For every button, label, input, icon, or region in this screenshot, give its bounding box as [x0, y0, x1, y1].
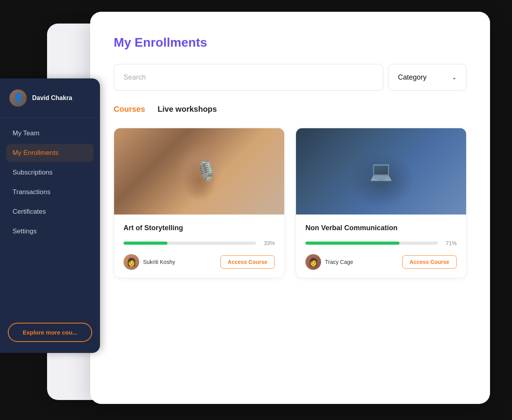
search-placeholder: Search [123, 73, 146, 82]
course-image-1 [114, 128, 284, 215]
sidebar-item-subscriptions[interactable]: Subscriptions [6, 164, 94, 182]
courses-grid: Art of Storytelling 33% 👩 Sukriti Koshy … [114, 128, 467, 278]
search-box[interactable]: Search [114, 64, 383, 91]
instructor-name-2: Tracy Cage [325, 259, 353, 265]
instructor-info-1: 👩 Sukriti Koshy [123, 254, 175, 270]
sidebar-footer: Explore more cou... [0, 315, 100, 342]
course-body-1: Art of Storytelling 33% 👩 Sukriti Koshy … [114, 215, 284, 278]
instructor-info-2: 👩 Tracy Cage [305, 254, 353, 270]
scene: My Enrollments Search Category ⌄ Courses… [0, 0, 512, 420]
category-label: Category [398, 73, 427, 82]
course-title-2: Non Verbal Communication [305, 224, 457, 232]
course-card-1: Art of Storytelling 33% 👩 Sukriti Koshy … [114, 128, 285, 278]
progress-bar-fill-2 [305, 242, 399, 245]
sidebar-item-my-enrollments[interactable]: My Enrollments [6, 144, 94, 162]
avatar-1: 👩 [123, 254, 139, 270]
progress-bar-bg-2 [305, 242, 438, 245]
main-card: My Enrollments Search Category ⌄ Courses… [90, 12, 490, 404]
course-body-2: Non Verbal Communication 71% 👩 Tracy Cag… [296, 215, 466, 278]
avatar-2: 👩 [305, 254, 321, 270]
sidebar: 👤 David Chakra My Team My Enrollments Su… [0, 78, 100, 353]
category-dropdown[interactable]: Category ⌄ [388, 64, 467, 91]
sidebar-nav: My Team My Enrollments Subscriptions Tra… [0, 124, 100, 315]
access-course-button-2[interactable]: Access Course [402, 255, 457, 269]
search-filter-row: Search Category ⌄ [114, 64, 467, 91]
instructor-name-1: Sukriti Koshy [143, 259, 175, 265]
chevron-down-icon: ⌄ [452, 74, 457, 80]
user-name: David Chakra [32, 95, 72, 102]
progress-pct-2: 71% [443, 240, 457, 246]
progress-pct-1: 33% [261, 240, 275, 246]
course-card-2: Non Verbal Communication 71% 👩 Tracy Cag… [296, 128, 467, 278]
access-course-button-1[interactable]: Access Course [220, 255, 275, 269]
sidebar-item-my-team[interactable]: My Team [6, 124, 94, 142]
instructor-row-1: 👩 Sukriti Koshy Access Course [123, 254, 275, 270]
sidebar-item-transactions[interactable]: Transactions [6, 183, 94, 201]
course-title-1: Art of Storytelling [123, 224, 275, 232]
progress-row-1: 33% [123, 240, 275, 246]
sidebar-user: 👤 David Chakra [0, 89, 100, 118]
progress-bar-fill-1 [123, 242, 167, 245]
tabs-row: Courses Live workshops [114, 105, 467, 115]
sidebar-item-settings[interactable]: Settings [6, 222, 94, 240]
course-image-2 [296, 128, 466, 215]
avatar: 👤 [9, 89, 27, 107]
page-title: My Enrollments [114, 35, 467, 50]
instructor-row-2: 👩 Tracy Cage Access Course [305, 254, 457, 270]
progress-row-2: 71% [305, 240, 457, 246]
sidebar-item-certificates[interactable]: Certificates [6, 203, 94, 221]
explore-more-button[interactable]: Explore more cou... [8, 323, 92, 342]
tab-courses[interactable]: Courses [114, 105, 145, 115]
tab-live-workshops[interactable]: Live workshops [158, 105, 217, 115]
progress-bar-bg-1 [123, 242, 256, 245]
